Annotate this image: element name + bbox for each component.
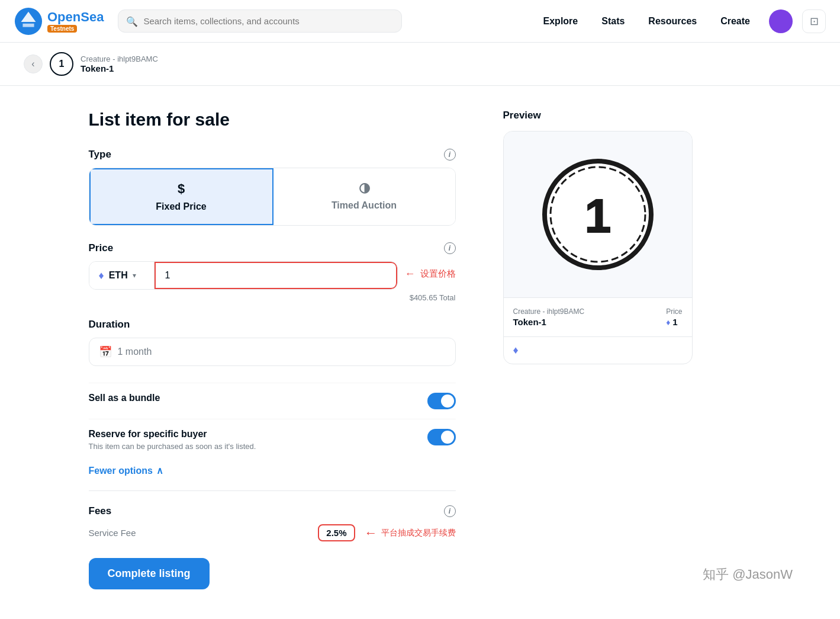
type-label: Type (89, 149, 111, 161)
preview-collection: Creature - ihlpt9BAMC (513, 307, 585, 316)
duration-input[interactable]: 📅 1 month (89, 338, 456, 366)
preview-token-name: Token-1 (513, 317, 585, 327)
preview-eth-small-icon: ♦ (513, 344, 519, 356)
price-annotation-text: 设置价格 (420, 268, 456, 280)
preview-token-info: Creature - ihlpt9BAMC Token-1 (513, 307, 585, 327)
preview-card-footer: Creature - ihlpt9BAMC Token-1 Price ♦ 1 (504, 297, 692, 336)
opensea-logo-icon (14, 7, 43, 36)
avatar[interactable] (769, 9, 793, 33)
preview-card: 1 Creature - ihlpt9BAMC Token-1 Price ♦ … (503, 131, 693, 364)
reserve-buyer-label: Reserve for specific buyer (89, 429, 256, 440)
price-label-row: Price i (89, 242, 456, 254)
preview-section: Preview 1 Creature - ihlpt9BAMC Token-1 … (503, 110, 693, 589)
search-icon: 🔍 (126, 15, 138, 27)
form-section: List item for sale Type i $ Fixed Price … (89, 110, 456, 589)
fees-field: Fees i Service Fee 2.5% ← 平台抽成交易手续费 (89, 505, 456, 541)
reserve-buyer-row: Reserve for specific buyer This item can… (89, 419, 456, 460)
currency-name: ETH (109, 270, 128, 281)
search-container: 🔍 (118, 9, 402, 33)
timed-auction-icon: ◑ (359, 180, 370, 195)
price-label: Price (89, 242, 114, 254)
preview-price-value: ♦ 1 (666, 317, 682, 327)
breadcrumb-collection: Creature - ihlpt9BAMC (81, 54, 158, 63)
calendar-icon: 📅 (99, 345, 112, 358)
coin-image: 1 (539, 155, 657, 274)
preview-title: Preview (503, 110, 693, 121)
fees-label: Fees (89, 505, 112, 517)
fixed-price-option[interactable]: $ Fixed Price (89, 168, 273, 225)
type-label-row: Type i (89, 149, 456, 161)
fees-label-row: Fees i (89, 505, 456, 517)
price-annotation-arrow: ← (405, 268, 416, 280)
fees-row: Service Fee 2.5% ← 平台抽成交易手续费 (89, 524, 456, 541)
chevron-down-icon: ▾ (133, 271, 136, 280)
search-input[interactable] (118, 9, 402, 33)
page-title: List item for sale (89, 110, 456, 130)
eth-diamond-icon: ♦ (99, 270, 104, 282)
service-fee-badge: 2.5% (318, 524, 355, 541)
preview-price-label: Price (666, 307, 682, 316)
back-button[interactable]: ‹ (24, 54, 43, 73)
wallet-icon[interactable]: ⊡ (802, 9, 826, 33)
nav-links: Explore Stats Resources Create ⊡ (534, 9, 826, 33)
navbar: OpenSea Testnets 🔍 Explore Stats Resourc… (0, 0, 840, 43)
price-info-icon[interactable]: i (444, 242, 456, 254)
logo-text: OpenSea Testnets (47, 9, 104, 33)
svg-text:1: 1 (584, 190, 611, 242)
opensea-label: OpenSea (47, 9, 104, 25)
timed-auction-label: Timed Auction (332, 200, 397, 211)
price-input-row: ♦ ETH ▾ (89, 261, 398, 290)
testnets-badge: Testnets (47, 25, 77, 33)
fee-annotation-text: 平台抽成交易手续费 (381, 528, 456, 538)
sell-bundle-label-block: Sell as a bundle (89, 393, 160, 403)
price-total: $405.65 Total (89, 293, 456, 302)
duration-label: Duration (89, 319, 130, 331)
type-info-icon[interactable]: i (444, 149, 456, 161)
preview-price-number: 1 (672, 317, 677, 327)
nav-stats[interactable]: Stats (592, 11, 634, 31)
main-layout: List item for sale Type i $ Fixed Price … (65, 86, 775, 619)
breadcrumb-token-name: Token-1 (81, 63, 158, 73)
fewer-options-chevron: ∧ (156, 465, 163, 476)
preview-eth-icon: ♦ (666, 317, 670, 327)
nav-resources[interactable]: Resources (639, 11, 706, 31)
type-selector: $ Fixed Price ◑ Timed Auction (89, 168, 456, 226)
reserve-buyer-sublabel: This item can be purchased as soon as it… (89, 442, 256, 451)
duration-value: 1 month (118, 347, 152, 357)
duration-label-row: Duration (89, 319, 456, 331)
preview-card-bottom: ♦ (504, 336, 692, 364)
complete-listing-button[interactable]: Complete listing (89, 558, 210, 589)
price-annotation-row: ← 设置价格 (405, 268, 456, 280)
breadcrumb: ‹ 1 Creature - ihlpt9BAMC Token-1 (0, 43, 840, 86)
duration-field: Duration 📅 1 month (89, 319, 456, 366)
sell-bundle-toggle[interactable] (427, 393, 456, 409)
price-input[interactable] (155, 262, 397, 289)
fixed-price-icon: $ (178, 181, 185, 197)
type-field: Type i $ Fixed Price ◑ Timed Auction (89, 149, 456, 226)
token-thumbnail: 1 (50, 52, 73, 76)
preview-image-area: 1 (504, 132, 692, 297)
logo[interactable]: OpenSea Testnets (14, 7, 104, 36)
sell-bundle-label: Sell as a bundle (89, 393, 160, 403)
reserve-buyer-label-block: Reserve for specific buyer This item can… (89, 429, 256, 451)
timed-auction-option[interactable]: ◑ Timed Auction (273, 168, 455, 225)
breadcrumb-info: Creature - ihlpt9BAMC Token-1 (81, 54, 158, 73)
currency-select[interactable]: ♦ ETH ▾ (89, 262, 155, 289)
fewer-options-button[interactable]: Fewer options ∧ (89, 465, 456, 476)
sell-bundle-row: Sell as a bundle (89, 383, 456, 419)
fewer-options-label: Fewer options (89, 466, 153, 476)
fixed-price-label: Fixed Price (156, 201, 206, 212)
nav-explore[interactable]: Explore (534, 11, 588, 31)
service-fee-label: Service Fee (89, 528, 136, 538)
fee-annotation-arrow: ← (365, 525, 378, 541)
reserve-buyer-toggle[interactable] (427, 429, 456, 445)
fees-info-icon[interactable]: i (444, 505, 456, 517)
preview-price-block: Price ♦ 1 (666, 307, 682, 327)
price-field: Price i ♦ ETH ▾ ← 设置价格 $405.65 Total (89, 242, 456, 302)
divider (89, 490, 456, 491)
nav-create[interactable]: Create (711, 11, 759, 31)
fee-annotation-row: ← 平台抽成交易手续费 (365, 525, 456, 541)
